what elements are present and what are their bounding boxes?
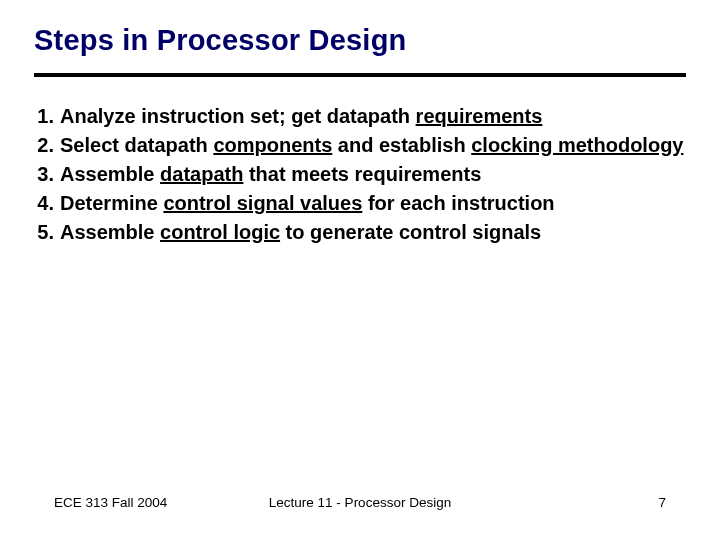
item-text: Analyze instruction set; get datapath re… — [60, 103, 686, 130]
item-text: Assemble datapath that meets requirement… — [60, 161, 686, 188]
item-text: Determine control signal values for each… — [60, 190, 686, 217]
item-number: 3. — [34, 161, 60, 188]
slide-title: Steps in Processor Design — [34, 24, 686, 57]
item-number: 2. — [34, 132, 60, 159]
slide: Steps in Processor Design 1. Analyze ins… — [0, 0, 720, 540]
list-item: 4. Determine control signal values for e… — [34, 190, 686, 217]
footer-page-number: 7 — [658, 495, 666, 510]
list-item: 3. Assemble datapath that meets requirem… — [34, 161, 686, 188]
item-text: Assemble control logic to generate contr… — [60, 219, 686, 246]
item-number: 4. — [34, 190, 60, 217]
list-item: 2. Select datapath components and establ… — [34, 132, 686, 159]
ordered-list: 1. Analyze instruction set; get datapath… — [34, 103, 686, 246]
title-divider — [34, 73, 686, 77]
item-text: Select datapath components and establish… — [60, 132, 686, 159]
footer: ECE 313 Fall 2004 Lecture 11 - Processor… — [0, 495, 720, 510]
list-item: 5. Assemble control logic to generate co… — [34, 219, 686, 246]
footer-left: ECE 313 Fall 2004 — [54, 495, 167, 510]
list-item: 1. Analyze instruction set; get datapath… — [34, 103, 686, 130]
item-number: 5. — [34, 219, 60, 246]
item-number: 1. — [34, 103, 60, 130]
